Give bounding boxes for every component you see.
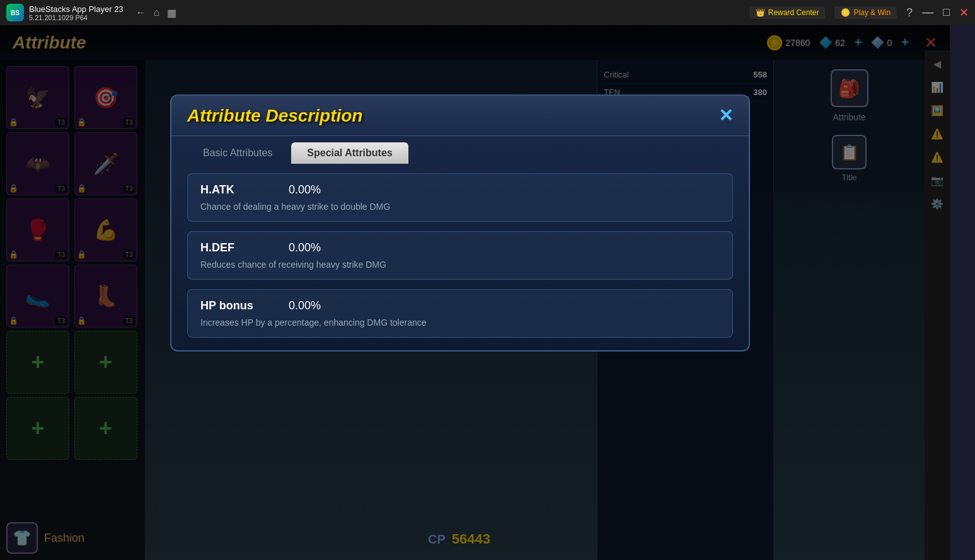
attribute-cards-list: H.ATK 0.00% Chance of dealing a heavy st…: [171, 164, 749, 350]
attr-hatk-value: 0.00%: [289, 183, 321, 197]
tab-special-attributes[interactable]: Special Attributes: [291, 142, 408, 164]
nav-icons: ← ⌂ ▦: [136, 7, 177, 19]
attr-hpbonus-name: HP bonus: [200, 299, 276, 312]
attr-hdef-desc: Reduces chance of receiving heavy strike…: [200, 260, 720, 270]
attr-card-hpbonus-header: HP bonus 0.00%: [200, 299, 720, 312]
reward-center-btn[interactable]: 👑 Reward Center: [749, 6, 826, 19]
modal-tabs: Basic Attributes Special Attributes: [171, 136, 749, 164]
close-window-icon[interactable]: ✕: [959, 6, 969, 20]
bs-right-area: 👑 Reward Center 🪙 Play & Win ? — □ ✕: [749, 6, 969, 20]
attr-hatk-desc: Chance of dealing a heavy strike to doub…: [200, 202, 720, 212]
attr-card-hpbonus: HP bonus 0.00% Increases HP by a percent…: [187, 289, 733, 338]
attr-hpbonus-value: 0.00%: [289, 299, 321, 312]
attr-card-hdef: H.DEF 0.00% Reduces chance of receiving …: [187, 231, 733, 280]
tab-basic-attributes[interactable]: Basic Attributes: [187, 142, 288, 164]
attr-card-hatk-header: H.ATK 0.00%: [200, 183, 720, 197]
game-area: Attribute 27860 62 + 0 + ✕ 🦅 T3: [0, 25, 950, 560]
modal-header: Attribute Description ✕: [171, 96, 749, 136]
minimize-icon[interactable]: —: [922, 6, 933, 20]
crown-icon: 👑: [756, 8, 765, 17]
maximize-icon[interactable]: □: [943, 6, 950, 20]
attr-card-hatk: H.ATK 0.00% Chance of dealing a heavy st…: [187, 173, 733, 222]
modal-close-btn[interactable]: ✕: [718, 105, 733, 126]
home-icon[interactable]: ⌂: [154, 7, 160, 19]
attribute-description-modal: Attribute Description ✕ Basic Attributes…: [170, 94, 750, 351]
help-icon[interactable]: ?: [906, 6, 913, 20]
coin-icon: 🪙: [841, 8, 850, 17]
attr-hdef-name: H.DEF: [200, 241, 276, 254]
bluestacks-bar: BS BlueStacks App Player 23 5.21.201.102…: [0, 0, 975, 25]
attr-hpbonus-desc: Increases HP by a percentage, enhancing …: [200, 317, 720, 328]
play-win-btn[interactable]: 🪙 Play & Win: [834, 6, 897, 19]
window-controls: — □ ✕: [922, 6, 969, 20]
bluestacks-logo: BS: [6, 4, 24, 21]
app-version: 5.21.201.1029 P64: [29, 14, 124, 21]
attr-card-hdef-header: H.DEF 0.00%: [200, 241, 720, 254]
tabs-icon[interactable]: ▦: [167, 7, 176, 19]
app-name: BlueStacks App Player 23: [29, 4, 124, 14]
modal-title: Attribute Description: [187, 106, 362, 126]
back-icon[interactable]: ←: [136, 7, 146, 19]
attr-hdef-value: 0.00%: [289, 241, 321, 254]
attr-hatk-name: H.ATK: [200, 183, 276, 197]
